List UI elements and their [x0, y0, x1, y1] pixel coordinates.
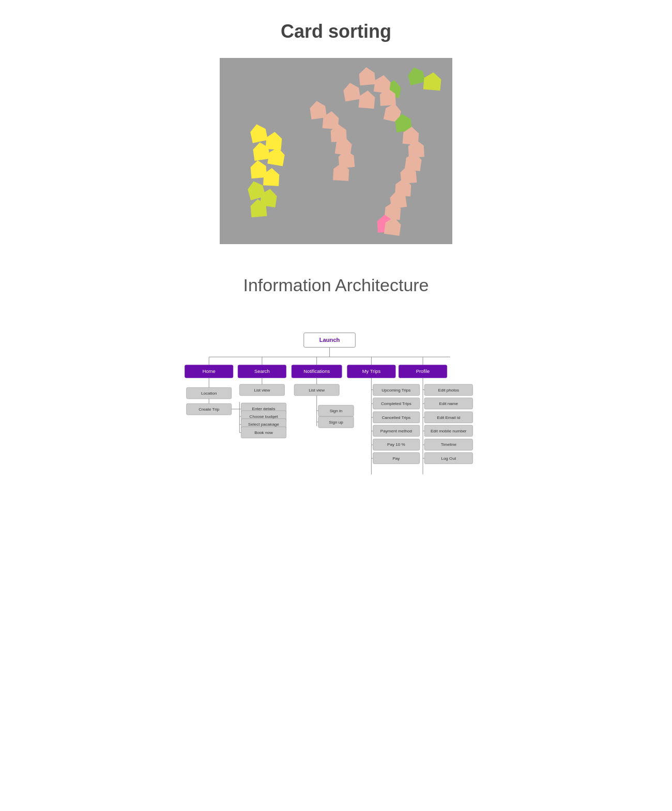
svg-text:My Trips: My Trips	[362, 369, 381, 374]
svg-text:Create Trip: Create Trip	[198, 407, 219, 412]
launch-node: Launch	[304, 333, 356, 347]
notifications-list-view-node: List view	[294, 384, 339, 396]
card-sorting-title: Card sorting	[0, 0, 672, 42]
notifications-node: Notifications	[292, 365, 342, 378]
sign-up-node: Sign up	[318, 416, 354, 428]
card-sorting-image	[220, 58, 452, 244]
completed-trips-node: Completed Trips	[373, 398, 420, 409]
pay-node: Pay	[373, 453, 420, 464]
card-sorting-image-container	[0, 58, 672, 244]
svg-text:Notifications: Notifications	[303, 369, 330, 374]
svg-text:Timeline: Timeline	[441, 442, 457, 447]
home-node: Home	[185, 365, 233, 378]
svg-text:Choose budget: Choose budget	[250, 414, 279, 419]
sign-in-node: Sign in	[318, 405, 354, 416]
svg-text:List view: List view	[254, 388, 270, 393]
cancelled-trips-node: Cancelled Trips	[373, 412, 420, 423]
svg-text:Edit Email id: Edit Email id	[437, 415, 460, 420]
svg-text:Profile: Profile	[416, 369, 430, 374]
svg-text:Launch: Launch	[319, 337, 340, 343]
svg-text:Payment method: Payment method	[380, 429, 412, 433]
timeline-node: Timeline	[424, 439, 472, 450]
svg-text:Cancelled Trips: Cancelled Trips	[382, 415, 411, 420]
create-trip-node: Create Trip	[187, 403, 232, 415]
svg-text:Sign up: Sign up	[329, 420, 343, 425]
location-node: Location	[187, 387, 232, 399]
svg-text:Upcoming Trips: Upcoming Trips	[381, 388, 410, 393]
search-list-view-node: List view	[239, 384, 284, 396]
svg-text:Completed Trips: Completed Trips	[381, 401, 411, 406]
ia-svg: Launch Home Search Notifications	[10, 326, 662, 616]
ia-diagram: Launch Home Search Notifications	[0, 326, 672, 618]
profile-node: Profile	[399, 365, 447, 378]
svg-text:List view: List view	[309, 388, 325, 393]
edit-email-node: Edit Email id	[424, 412, 472, 423]
svg-text:Edit name: Edit name	[439, 401, 459, 406]
edit-mobile-node: Edit mobile number	[424, 425, 472, 437]
search-node: Search	[238, 365, 286, 378]
logout-node: Log Out	[424, 453, 472, 464]
svg-text:Pay 10 %: Pay 10 %	[387, 442, 405, 447]
edit-photos-node: Edit photos	[424, 384, 472, 396]
edit-name-node: Edit name	[424, 398, 472, 409]
upcoming-trips-node: Upcoming Trips	[373, 384, 420, 396]
svg-text:Edit mobile number: Edit mobile number	[431, 429, 467, 433]
svg-text:Book now: Book now	[254, 430, 273, 435]
svg-text:Search: Search	[254, 369, 270, 374]
svg-text:Home: Home	[203, 369, 216, 374]
payment-method-node: Payment method	[373, 425, 420, 437]
svg-text:Location: Location	[201, 391, 217, 396]
book-now-node: Book now	[241, 427, 286, 438]
svg-text:Select pacakage: Select pacakage	[248, 422, 279, 427]
svg-text:Sign in: Sign in	[330, 409, 343, 413]
svg-text:Edit photos: Edit photos	[438, 388, 459, 393]
svg-text:Enter details: Enter details	[252, 407, 276, 411]
svg-text:Log Out: Log Out	[441, 456, 456, 461]
pay-10-node: Pay 10 %	[373, 439, 420, 450]
svg-text:Pay: Pay	[392, 456, 400, 461]
ia-title: Information Architecture	[0, 275, 672, 295]
my-trips-node: My Trips	[347, 365, 395, 378]
